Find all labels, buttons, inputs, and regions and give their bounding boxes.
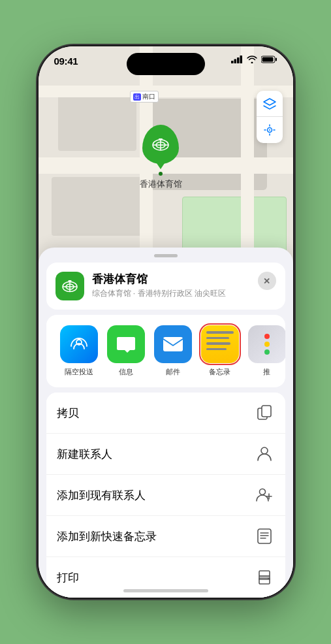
note-icon	[254, 526, 275, 547]
map-block	[52, 177, 143, 236]
svg-rect-6	[262, 57, 273, 62]
svg-rect-18	[68, 280, 71, 282]
action-list: 拷贝 新建联系人 添	[46, 393, 285, 598]
home-indicator	[123, 589, 208, 592]
airdrop-icon	[60, 325, 98, 363]
venue-subtitle: 综合体育馆 · 香港特别行政区 油尖旺区	[92, 288, 250, 299]
more-icon	[248, 325, 285, 363]
printer-icon	[254, 567, 275, 588]
share-row: 隔空投送 信息 邮件	[46, 315, 285, 387]
svg-rect-1	[234, 59, 236, 64]
share-item-airdrop[interactable]: 隔空投送	[55, 325, 102, 377]
status-icons	[231, 56, 277, 63]
svg-point-8	[269, 129, 270, 131]
map-layers-button[interactable]	[257, 91, 283, 117]
stadium-pin	[142, 125, 179, 164]
action-print-label: 打印	[57, 570, 79, 585]
mail-label: 邮件	[166, 367, 180, 377]
map-south-label: 出 南口	[130, 91, 159, 103]
map-location-button[interactable]	[257, 117, 283, 143]
wifi-icon	[247, 56, 257, 63]
notes-line	[206, 331, 234, 334]
svg-point-23	[261, 447, 268, 454]
status-time: 09:41	[54, 56, 78, 67]
venue-info: 香港体育馆 综合体育馆 · 香港特别行政区 油尖旺区	[92, 272, 250, 299]
person-add-icon	[254, 485, 275, 506]
airdrop-label: 隔空投送	[65, 367, 93, 377]
share-item-more[interactable]: 推	[244, 325, 285, 377]
sheet-handle	[154, 254, 178, 257]
more-label: 推	[263, 367, 270, 377]
venue-logo-icon	[61, 279, 78, 293]
more-dots	[248, 325, 285, 363]
stadium-dot	[159, 172, 163, 176]
signal-icon	[231, 56, 243, 63]
svg-point-28	[268, 578, 269, 579]
action-add-notes-label: 添加到新快速备忘录	[57, 529, 157, 544]
more-dot-red	[264, 334, 270, 339]
notes-label: 备忘录	[209, 367, 230, 377]
notes-icon	[201, 325, 239, 363]
action-add-existing-label: 添加到现有联系人	[57, 488, 146, 503]
battery-icon	[261, 56, 277, 63]
stadium-map-label: 香港体育馆	[140, 178, 182, 190]
message-label: 信息	[119, 367, 133, 377]
share-item-notes[interactable]: 备忘录	[197, 325, 244, 377]
action-new-contact-label: 新建联系人	[57, 447, 112, 462]
dynamic-island	[127, 53, 205, 75]
action-copy[interactable]: 拷贝	[46, 393, 285, 434]
svg-rect-2	[237, 57, 240, 63]
more-dot-green	[264, 349, 270, 355]
map-road	[39, 86, 293, 97]
notes-line	[206, 337, 230, 340]
svg-rect-3	[240, 56, 242, 63]
share-item-message[interactable]: 信息	[102, 325, 150, 377]
copy-icon	[254, 402, 275, 423]
share-item-mail[interactable]: 邮件	[150, 325, 197, 377]
message-icon	[107, 325, 145, 363]
svg-rect-0	[231, 61, 234, 63]
svg-rect-20	[163, 337, 183, 351]
svg-rect-13	[159, 138, 163, 140]
venue-logo	[55, 272, 84, 300]
more-dot-yellow	[264, 342, 270, 347]
notes-line	[206, 348, 227, 351]
person-icon	[254, 443, 275, 464]
svg-rect-25	[258, 529, 271, 543]
action-add-notes[interactable]: 添加到新快速备忘录	[46, 516, 285, 557]
svg-rect-5	[276, 58, 277, 61]
action-add-existing[interactable]: 添加到现有联系人	[46, 475, 285, 516]
action-copy-label: 拷贝	[57, 406, 79, 421]
stadium-marker[interactable]: 香港体育馆	[140, 125, 182, 190]
notes-line	[206, 342, 231, 345]
svg-point-24	[259, 489, 265, 495]
svg-rect-26	[259, 571, 270, 576]
mail-icon	[154, 325, 192, 363]
svg-rect-22	[262, 406, 271, 417]
venue-close-button[interactable]: ✕	[258, 272, 276, 290]
phone-frame: 09:41	[39, 46, 293, 598]
bottom-sheet: 香港体育馆 综合体育馆 · 香港特别行政区 油尖旺区 ✕ 隔空投送	[39, 248, 293, 598]
south-label-text: 南口	[142, 92, 155, 101]
venue-name: 香港体育馆	[92, 272, 250, 287]
stadium-pin-icon	[151, 137, 170, 152]
action-new-contact[interactable]: 新建联系人	[46, 434, 285, 475]
venue-header: 香港体育馆 综合体育馆 · 香港特别行政区 油尖旺区 ✕	[46, 263, 285, 310]
map-controls[interactable]	[257, 91, 283, 143]
